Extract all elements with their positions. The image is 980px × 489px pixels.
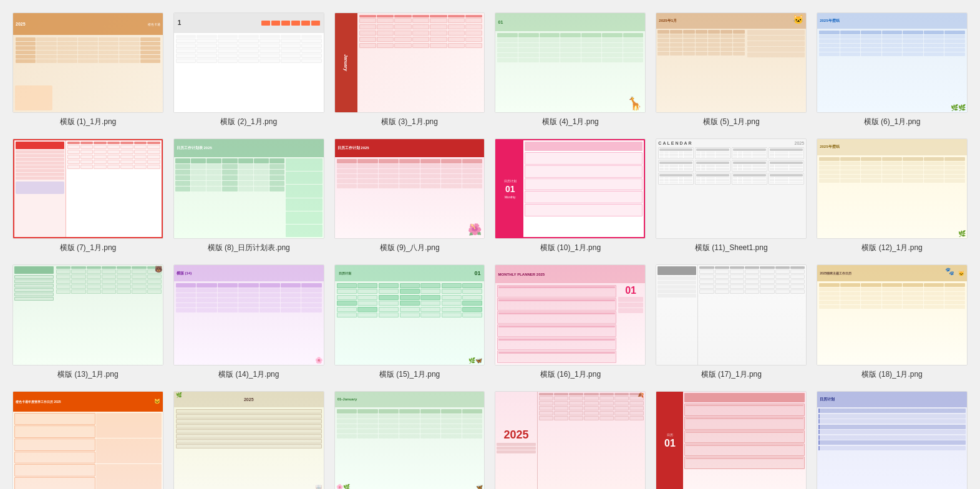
filename-7: 横版 (7)_1月.png bbox=[12, 243, 163, 253]
gallery-item-14[interactable]: 横版 (14) 🌸 横版 (14)_1月.png bbox=[173, 264, 324, 379]
gallery-item-21[interactable]: 01-January 🌸🌿 🦋 横版 (21)_1月.png bbox=[334, 391, 485, 489]
filename-18: 横版 (18)_1月.png bbox=[817, 369, 968, 380]
thumbnail-22[interactable]: 2025 🍂 bbox=[495, 391, 646, 489]
thumbnail-8[interactable]: 日历工作计划表 2025 bbox=[173, 138, 324, 239]
filename-11: 横版 (11)_Sheet1.png bbox=[656, 243, 807, 253]
thumbnail-1[interactable]: 2025 橙色卡通 bbox=[12, 12, 163, 113]
gallery-item-4[interactable]: 01 🦒 横版 (4)_1月.png bbox=[495, 12, 646, 127]
gallery-item-16[interactable]: MONTHLY PLANNER 2025 01 横版 (16)_1月.png bbox=[495, 264, 646, 379]
gallery-item-15[interactable]: 日历计划 01 🌿🦋 横版 (15)_1月.png bbox=[334, 264, 485, 379]
filename-3: 横版 (3)_1月.png bbox=[334, 117, 485, 127]
gallery-item-2[interactable]: 1 横版 (2)_1月.png bbox=[173, 12, 324, 127]
filename-12: 横版 (12)_1月.png bbox=[817, 243, 968, 253]
filename-15: 横版 (15)_1月.png bbox=[334, 369, 485, 380]
gallery-item-19[interactable]: 橙色卡通年度营养工作日历 2025 🐱 横版 (19)_1月.png bbox=[12, 391, 163, 489]
thumbnail-14[interactable]: 横版 (14) 🌸 bbox=[173, 264, 324, 365]
thumbnail-20[interactable]: 2025 🌿 📖 bbox=[173, 391, 324, 489]
filename-8: 横版 (8)_日历计划表.png bbox=[173, 243, 324, 253]
gallery-item-12[interactable]: 2025年壁纸 🌿 横版 (12)_1月.png bbox=[817, 138, 968, 253]
thumbnail-15[interactable]: 日历计划 01 🌿🦋 bbox=[334, 264, 485, 365]
thumbnail-18[interactable]: 2025猫咪主题工作日历 🐱 🐾 bbox=[817, 264, 968, 365]
thumbnail-6[interactable]: 2025年壁纸 🌿🌿 bbox=[817, 12, 968, 113]
gallery-item-18[interactable]: 2025猫咪主题工作日历 🐱 🐾 横版 (18)_1月.png bbox=[817, 264, 968, 379]
gallery-item-7[interactable]: 横版 (7)_1月.png bbox=[12, 138, 163, 253]
gallery-item-5[interactable]: 2025年1月 🐱 横版 (5)_1月.png bbox=[656, 12, 807, 127]
gallery-item-22[interactable]: 2025 🍂 横版 (22)_1月.png bbox=[495, 391, 646, 489]
filename-10: 横版 (10)_1月.png bbox=[495, 243, 646, 253]
thumbnail-5[interactable]: 2025年1月 🐱 bbox=[656, 12, 807, 113]
filename-5: 横版 (5)_1月.png bbox=[656, 117, 807, 127]
gallery-grid: 2025 橙色卡通 横版 (1)_1月.png 1 bbox=[12, 12, 968, 489]
gallery-item-24[interactable]: 日历计划 横版 (24)_1月.png bbox=[817, 391, 968, 489]
gallery-item-6[interactable]: 2025年壁纸 🌿🌿 横版 (6)_1月.png bbox=[817, 12, 968, 127]
thumbnail-19[interactable]: 橙色卡通年度营养工作日历 2025 🐱 bbox=[12, 391, 163, 489]
filename-2: 横版 (2)_1月.png bbox=[173, 117, 324, 127]
thumbnail-3[interactable]: January bbox=[334, 12, 485, 113]
thumbnail-10[interactable]: 日历计划 01 Monthly bbox=[495, 138, 646, 239]
thumbnail-7[interactable] bbox=[12, 138, 163, 239]
thumbnail-16[interactable]: MONTHLY PLANNER 2025 01 bbox=[495, 264, 646, 365]
thumbnail-24[interactable]: 日历计划 bbox=[817, 391, 968, 489]
filename-13: 横版 (13)_1月.png bbox=[12, 369, 163, 380]
gallery-item-9[interactable]: 日历工作计划 2025 🌺 横版 (9)_八月.png bbox=[334, 138, 485, 253]
gallery-item-10[interactable]: 日历计划 01 Monthly 横版 (10)_1月.png bbox=[495, 138, 646, 253]
filename-6: 横版 (6)_1月.png bbox=[817, 117, 968, 127]
gallery-item-3[interactable]: January 横版 (3)_1月.png bbox=[334, 12, 485, 127]
thumbnail-17[interactable] bbox=[656, 264, 807, 365]
filename-4: 横版 (4)_1月.png bbox=[495, 117, 646, 127]
filename-17: 横版 (17)_1月.png bbox=[656, 369, 807, 380]
thumbnail-13[interactable]: 🐻 bbox=[12, 264, 163, 365]
thumbnail-11[interactable]: CALENDAR 2025 bbox=[656, 138, 807, 239]
gallery-container: 2025 橙色卡通 横版 (1)_1月.png 1 bbox=[0, 0, 980, 489]
thumbnail-21[interactable]: 01-January 🌸🌿 🦋 bbox=[334, 391, 485, 489]
gallery-item-20[interactable]: 2025 🌿 📖 横版 (20)_1月.png bbox=[173, 391, 324, 489]
thumbnail-12[interactable]: 2025年壁纸 🌿 bbox=[817, 138, 968, 239]
gallery-item-1[interactable]: 2025 橙色卡通 横版 (1)_1月.png bbox=[12, 12, 163, 127]
thumbnail-9[interactable]: 日历工作计划 2025 🌺 bbox=[334, 138, 485, 239]
thumbnail-23[interactable]: 日历 01 bbox=[656, 391, 807, 489]
filename-14: 横版 (14)_1月.png bbox=[173, 369, 324, 380]
thumbnail-2[interactable]: 1 bbox=[173, 12, 324, 113]
gallery-item-8[interactable]: 日历工作计划表 2025 横版 (8)_日历计划表.png bbox=[173, 138, 324, 253]
filename-9: 横版 (9)_八月.png bbox=[334, 243, 485, 253]
gallery-item-13[interactable]: 🐻 横版 (13)_1月.png bbox=[12, 264, 163, 379]
gallery-item-11[interactable]: CALENDAR 2025 bbox=[656, 138, 807, 253]
thumbnail-4[interactable]: 01 🦒 bbox=[495, 12, 646, 113]
filename-16: 横版 (16)_1月.png bbox=[495, 369, 646, 380]
gallery-item-17[interactable]: 横版 (17)_1月.png bbox=[656, 264, 807, 379]
filename-1: 横版 (1)_1月.png bbox=[12, 117, 163, 127]
gallery-item-23[interactable]: 日历 01 横版 (23)_1月.png bbox=[656, 391, 807, 489]
